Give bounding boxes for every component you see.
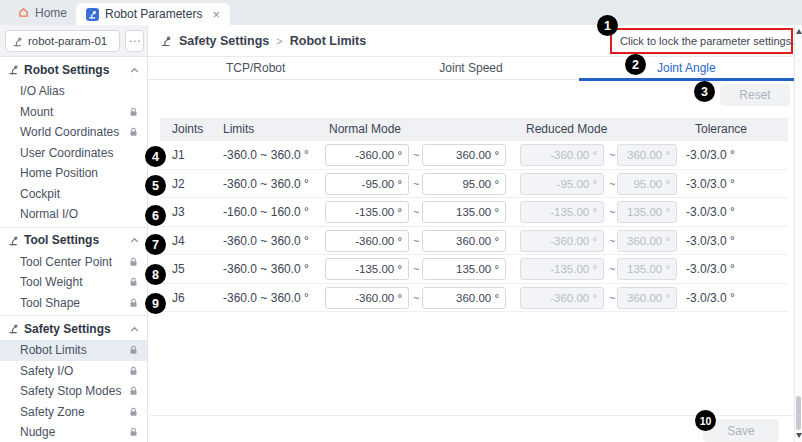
- close-icon[interactable]: ×: [212, 8, 220, 21]
- joint-label: J1: [172, 141, 185, 170]
- item-label: User Coordinates: [20, 146, 113, 160]
- reset-button[interactable]: Reset: [720, 84, 790, 106]
- normal-min-input[interactable]: [325, 201, 409, 223]
- tolerance-value: -3.0/3.0 °: [686, 141, 735, 170]
- item-label: Tool Weight: [20, 275, 82, 289]
- item-label: Safety Stop Modes: [20, 384, 121, 398]
- sidebar-header: robot-param-01 ⋯: [0, 25, 147, 57]
- tolerance-value: -3.0/3.0 °: [686, 284, 735, 313]
- scroll-up-arrow-icon[interactable]: [796, 29, 802, 34]
- annotation-2: 2: [625, 54, 646, 75]
- sidebar-item-safety-io[interactable]: Safety I/O: [0, 361, 147, 382]
- robot-arm-icon: [8, 64, 19, 75]
- table-row-j6: J6 -360.0 ~ 360.0 ° ~ ~ -3.0/3.0 °: [160, 284, 788, 313]
- normal-max-input[interactable]: [422, 258, 506, 280]
- breadcrumb-current: Robot Limits: [290, 34, 366, 48]
- item-label: Nudge: [20, 425, 55, 439]
- more-options-button[interactable]: ⋯: [125, 30, 144, 52]
- tab-joint-speed[interactable]: Joint Speed: [363, 57, 578, 79]
- robot-arm-icon: [8, 235, 19, 246]
- reduced-min-input: [520, 173, 604, 195]
- section-label: Robot Settings: [24, 63, 109, 77]
- sidebar-item-io-alias[interactable]: I/O Alias: [0, 81, 147, 102]
- normal-max-input[interactable]: [422, 287, 506, 309]
- parameter-tabs: TCP/Robot Joint Speed Joint Angle: [148, 57, 794, 80]
- tolerance-value: -3.0/3.0 °: [686, 170, 735, 199]
- tolerance-value: -3.0/3.0 °: [686, 198, 735, 227]
- column-joints: Joints: [172, 118, 203, 141]
- joint-label: J2: [172, 170, 185, 199]
- tab-tcp-robot[interactable]: TCP/Robot: [148, 57, 363, 79]
- normal-min-input[interactable]: [325, 287, 409, 309]
- table-row-j2: J2 -360.0 ~ 360.0 ° ~ ~ -3.0/3.0 °: [160, 170, 788, 199]
- table-header: Joints Limits Normal Mode Reduced Mode T…: [160, 118, 788, 141]
- tilde-separator: ~: [413, 227, 419, 256]
- scrollbar-thumb[interactable]: [796, 396, 801, 430]
- table-row-j1: J1 -360.0 ~ 360.0 ° ~ ~ -3.0/3.0 °: [160, 141, 788, 170]
- tab-joint-angle[interactable]: Joint Angle: [579, 57, 794, 79]
- limits-value: -360.0 ~ 360.0 °: [223, 255, 309, 284]
- item-label: Safety Zone: [20, 405, 85, 419]
- parameter-name: robot-param-01: [28, 35, 107, 47]
- sidebar-item-safety-stop-modes[interactable]: Safety Stop Modes: [0, 381, 147, 402]
- reduced-max-input: [617, 287, 677, 309]
- reduced-max-input: [617, 144, 677, 166]
- normal-max-input[interactable]: [422, 230, 506, 252]
- section-header-safety-settings[interactable]: Safety Settings: [0, 317, 147, 340]
- annotation-6: 6: [145, 205, 166, 226]
- sidebar-section-safety-settings: Safety Settings Robot Limits Safety I/O …: [0, 315, 147, 442]
- reduced-min-input: [520, 144, 604, 166]
- section-label: Safety Settings: [24, 322, 111, 336]
- sidebar-item-robot-limits[interactable]: Robot Limits: [0, 340, 147, 361]
- sidebar-item-normal-io[interactable]: Normal I/O: [0, 204, 147, 225]
- tilde-separator: ~: [609, 198, 615, 227]
- sidebar-item-nudge[interactable]: Nudge: [0, 422, 147, 442]
- annotation-9: 9: [145, 293, 166, 314]
- normal-max-input[interactable]: [422, 173, 506, 195]
- sidebar-item-cockpit[interactable]: Cockpit: [0, 184, 147, 205]
- parameter-name-field[interactable]: robot-param-01: [5, 30, 120, 52]
- tilde-separator: ~: [609, 227, 615, 256]
- sidebar-item-tool-weight[interactable]: Tool Weight: [0, 272, 147, 293]
- vertical-scrollbar[interactable]: [794, 25, 802, 442]
- section-header-robot-settings[interactable]: Robot Settings: [0, 58, 147, 81]
- reduced-min-input: [520, 287, 604, 309]
- normal-min-input[interactable]: [325, 258, 409, 280]
- window-tab-bar: Home × Robot Parameters ×: [0, 0, 802, 25]
- tolerance-value: -3.0/3.0 °: [686, 227, 735, 256]
- chevron-up-icon: [130, 326, 139, 332]
- scroll-down-arrow-icon[interactable]: [796, 433, 802, 438]
- lock-icon: [129, 407, 138, 417]
- sidebar-item-user-coordinates[interactable]: User Coordinates: [0, 143, 147, 164]
- reduced-max-input: [617, 230, 677, 252]
- tab-robot-parameters[interactable]: Robot Parameters ×: [76, 3, 230, 25]
- joint-label: J5: [172, 255, 185, 284]
- normal-max-input[interactable]: [422, 201, 506, 223]
- sidebar-item-tool-center-point[interactable]: Tool Center Point: [0, 252, 147, 273]
- item-label: Robot Limits: [20, 343, 87, 357]
- chevron-up-icon: [130, 67, 139, 73]
- sidebar-item-safety-zone[interactable]: Safety Zone: [0, 402, 147, 423]
- sidebar-section-robot-settings: Robot Settings I/O Alias Mount World Coo…: [0, 57, 147, 227]
- section-header-tool-settings[interactable]: Tool Settings: [0, 229, 147, 252]
- sidebar-item-mount[interactable]: Mount: [0, 102, 147, 123]
- joint-angle-table: Joints Limits Normal Mode Reduced Mode T…: [160, 118, 788, 312]
- robot-arm-icon: [8, 323, 19, 334]
- table-row-j5: J5 -360.0 ~ 360.0 ° ~ ~ -3.0/3.0 °: [160, 255, 788, 284]
- sidebar-item-tool-shape[interactable]: Tool Shape: [0, 293, 147, 314]
- sidebar-item-world-coordinates[interactable]: World Coordinates: [0, 122, 147, 143]
- joint-label: J4: [172, 227, 185, 256]
- section-label: Tool Settings: [24, 233, 99, 247]
- sidebar-item-home-position[interactable]: Home Position: [0, 163, 147, 184]
- breadcrumb-parent[interactable]: Safety Settings: [179, 34, 269, 48]
- normal-max-input[interactable]: [422, 144, 506, 166]
- reduced-min-input: [520, 201, 604, 223]
- lock-icon: [129, 427, 138, 437]
- robot-arm-icon: [86, 8, 99, 21]
- annotation-10: 10: [695, 410, 716, 431]
- normal-min-input[interactable]: [325, 144, 409, 166]
- normal-min-input[interactable]: [325, 173, 409, 195]
- normal-min-input[interactable]: [325, 230, 409, 252]
- lock-icon: [129, 298, 138, 308]
- breadcrumb-separator: >: [276, 35, 282, 47]
